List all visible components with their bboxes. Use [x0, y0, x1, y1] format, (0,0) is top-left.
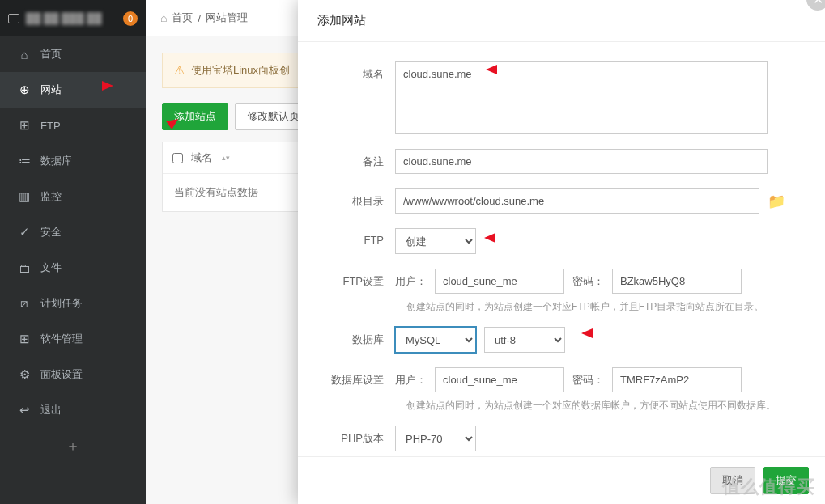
- folder-icon[interactable]: 📁: [768, 193, 785, 210]
- label-dbset: 数据库设置: [330, 367, 395, 392]
- modal-header: 添加网站: [298, 0, 825, 42]
- modal-body: 域名 备注 根目录 📁 FTP 创建 FTP设置: [298, 42, 825, 463]
- arrow-annotation: [484, 231, 518, 245]
- modal-overlay: ✕ 添加网站 域名 备注 根目录 📁 FTP 创建: [0, 0, 825, 504]
- label-root: 根目录: [330, 188, 395, 214]
- label-ftpset: FTP设置: [330, 269, 395, 294]
- db-pass-input[interactable]: [612, 367, 742, 392]
- ftp-select[interactable]: 创建: [395, 228, 476, 254]
- label-php: PHP版本: [330, 426, 395, 451]
- root-input[interactable]: [395, 188, 759, 214]
- ftp-hint: 创建站点的同时，为站点创建一个对应FTP帐户，并且FTP目录指向站点所在目录。: [406, 300, 793, 314]
- label-pass2: 密码：: [572, 373, 604, 388]
- arrow-annotation: [79, 78, 113, 93]
- label-user: 用户：: [395, 274, 427, 289]
- ftp-user-input[interactable]: [435, 269, 564, 294]
- label-db: 数据库: [330, 327, 395, 353]
- charset-select[interactable]: utf-8: [484, 327, 565, 353]
- db-user-input[interactable]: [435, 367, 564, 392]
- label-ftp: FTP: [330, 228, 395, 254]
- add-site-modal: ✕ 添加网站 域名 备注 根目录 📁 FTP 创建: [298, 0, 825, 504]
- ftp-pass-input[interactable]: [612, 269, 742, 294]
- label-remark: 备注: [330, 149, 395, 174]
- php-select[interactable]: PHP-70: [395, 426, 476, 451]
- label-user2: 用户：: [395, 373, 427, 388]
- domain-input[interactable]: [395, 61, 768, 134]
- arrow-annotation: [581, 326, 615, 341]
- label-pass: 密码：: [572, 274, 604, 289]
- modal-title: 添加网站: [317, 13, 366, 28]
- arrow-annotation: [486, 62, 520, 77]
- remark-input[interactable]: [395, 149, 768, 174]
- db-select[interactable]: MySQL: [395, 327, 476, 353]
- label-domain: 域名: [330, 61, 395, 134]
- watermark: 值么值得买: [722, 475, 815, 499]
- db-hint: 创建站点的同时，为站点创建一个对应的数据库帐户，方便不同站点使用不同数据库。: [406, 399, 793, 413]
